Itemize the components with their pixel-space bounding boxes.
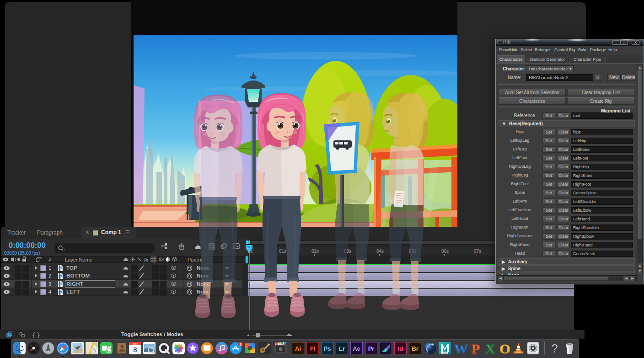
- svg-text:Id: Id: [398, 345, 403, 352]
- svg-text:Ps: Ps: [324, 345, 331, 352]
- svg-text:O: O: [499, 342, 510, 354]
- svg-text:3: 3: [240, 342, 242, 347]
- svg-text:Br: Br: [412, 345, 418, 352]
- svg-text:Layer Name: Layer Name: [65, 257, 92, 262]
- svg-text:#: #: [48, 257, 51, 262]
- svg-text:W: W: [454, 342, 468, 354]
- svg-text:Ae: Ae: [353, 345, 360, 352]
- svg-text:fx: fx: [144, 257, 149, 262]
- svg-text:Pr: Pr: [368, 345, 375, 352]
- svg-text:MAR: MAR: [133, 343, 138, 345]
- svg-text:Fl: Fl: [310, 345, 316, 352]
- svg-text:X: X: [485, 342, 495, 354]
- svg-text:Ai: Ai: [295, 345, 301, 352]
- svg-text:Lr: Lr: [339, 345, 345, 352]
- svg-text:P: P: [472, 342, 480, 354]
- svg-text:MAYA: MAYA: [443, 353, 447, 354]
- svg-text:?: ?: [551, 342, 558, 354]
- svg-text:8: 8: [133, 346, 137, 353]
